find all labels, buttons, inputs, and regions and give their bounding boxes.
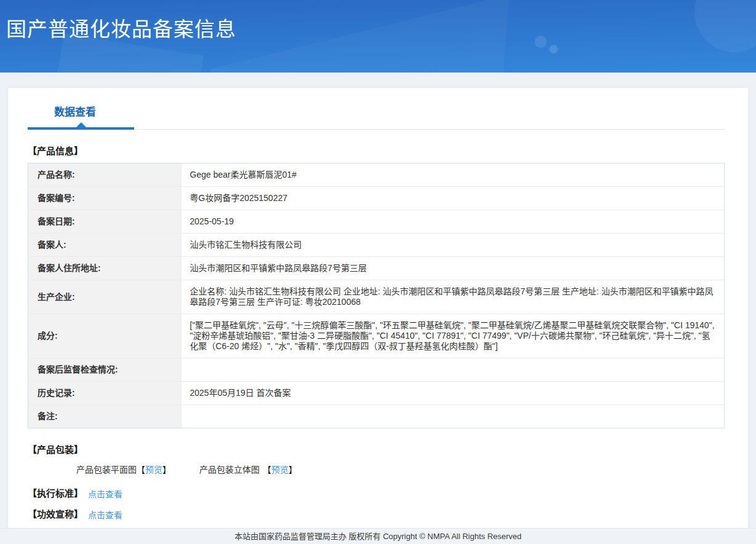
row-label: 产品名称:: [28, 164, 181, 187]
table-row-record-date: 备案日期: 2025-05-19: [28, 210, 724, 234]
row-value: [181, 358, 724, 382]
packaging-row: 产品包装平面图【预览】产品包装立体图【预览】: [76, 465, 728, 475]
row-value: 2025-05-19: [181, 210, 724, 234]
tabline-arrow-icon: [76, 122, 87, 128]
bracket-open: 【: [137, 465, 145, 475]
row-label: 备案后监督检查情况:: [28, 358, 181, 382]
table-row-supervision: 备案后监督检查情况:: [28, 358, 724, 382]
tab-underline: [28, 127, 728, 130]
table-row-remarks: 备注:: [28, 405, 724, 428]
page-title: 国产普通化妆品备案信息: [0, 0, 756, 42]
packaging-item-3d: 产品包装立体图【预览】: [199, 465, 297, 475]
table-row-product-name: 产品名称: Gege bear柔光慕斯唇泥01#: [28, 164, 724, 187]
table-row-record-number: 备案编号: 粤G妆网备字2025150227: [28, 187, 724, 210]
row-label: 成分:: [28, 314, 181, 358]
row-label: 生产企业:: [28, 280, 181, 314]
footer-text: 本站由国家药品监督管理局主办 版权所有 Copyright © NMPA All…: [234, 532, 522, 541]
decorative-circle: [549, 45, 558, 53]
row-label: 历史记录:: [28, 382, 181, 405]
section-title-packaging: 【产品包装】: [28, 444, 728, 455]
row-value: 汕头市铭汇生物科技有限公司: [181, 234, 724, 257]
bracket-close: 】: [162, 465, 171, 475]
preview-link-flat[interactable]: 预览: [145, 465, 162, 475]
section-title-standard: 【执行标准】: [28, 488, 83, 499]
efficacy-row: 【功效宣称】 点击查看: [28, 508, 728, 521]
bracket-open: 【: [263, 465, 271, 475]
tab-bar: 数据查看: [28, 106, 728, 130]
efficacy-view-link[interactable]: 点击查看: [88, 508, 122, 521]
section-title-efficacy: 【功效宣称】: [28, 509, 83, 520]
row-value: 2025年05月19日 首次备案: [181, 382, 724, 405]
tab-data-view[interactable]: 数据查看: [54, 106, 96, 119]
row-value: ["聚二甲基硅氧烷", "云母", "十三烷醇偏苯三酸酯", "环五聚二甲基硅氧…: [181, 314, 724, 358]
row-value: [181, 405, 724, 428]
table-row-ingredients: 成分: ["聚二甲基硅氧烷", "云母", "十三烷醇偏苯三酸酯", "环五聚二…: [28, 314, 724, 358]
row-label: 备案日期:: [28, 210, 181, 234]
row-value: 汕头市潮阳区和平镇紫中路凤皋路段7号第三层: [181, 257, 724, 280]
row-label: 备案编号:: [28, 187, 181, 210]
row-label: 备注:: [28, 405, 181, 428]
packaging-item-label: 产品包装平面图: [76, 465, 137, 475]
bracket-close: 】: [288, 465, 297, 475]
table-row-history: 历史记录: 2025年05月19日 首次备案: [28, 382, 724, 405]
row-value: 粤G妆网备字2025150227: [181, 187, 724, 210]
row-value: Gege bear柔光慕斯唇泥01#: [181, 164, 724, 187]
row-value: 企业名称: 汕头市铭汇生物科技有限公司 企业地址: 汕头市潮阳区和平镇紫中路凤皋…: [181, 280, 724, 314]
section-title-product-info: 【产品信息】: [28, 146, 728, 157]
table-row-registrant: 备案人: 汕头市铭汇生物科技有限公司: [28, 234, 724, 257]
product-info-table: 产品名称: Gege bear柔光慕斯唇泥01# 备案编号: 粤G妆网备字202…: [28, 163, 725, 428]
standard-row: 【执行标准】 点击查看: [28, 487, 728, 500]
table-row-registrant-address: 备案人住所地址: 汕头市潮阳区和平镇紫中路凤皋路段7号第三层: [28, 257, 724, 280]
packaging-item-label: 产品包装立体图: [199, 465, 260, 475]
row-label: 备案人住所地址:: [28, 257, 181, 280]
content-card: 数据查看 【产品信息】 产品名称: Gege bear柔光慕斯唇泥01# 备案编…: [8, 88, 748, 544]
table-row-manufacturer: 生产企业: 企业名称: 汕头市铭汇生物科技有限公司 企业地址: 汕头市潮阳区和平…: [28, 280, 724, 314]
page-footer: 本站由国家药品监督管理局主办 版权所有 Copyright © NMPA All…: [0, 528, 756, 544]
preview-link-3d[interactable]: 预览: [271, 465, 288, 475]
page-header: 国产普通化妆品备案信息: [0, 0, 756, 73]
row-label: 备案人:: [28, 234, 181, 257]
packaging-item-flat: 产品包装平面图【预览】: [76, 465, 171, 475]
standard-view-link[interactable]: 点击查看: [88, 487, 122, 500]
